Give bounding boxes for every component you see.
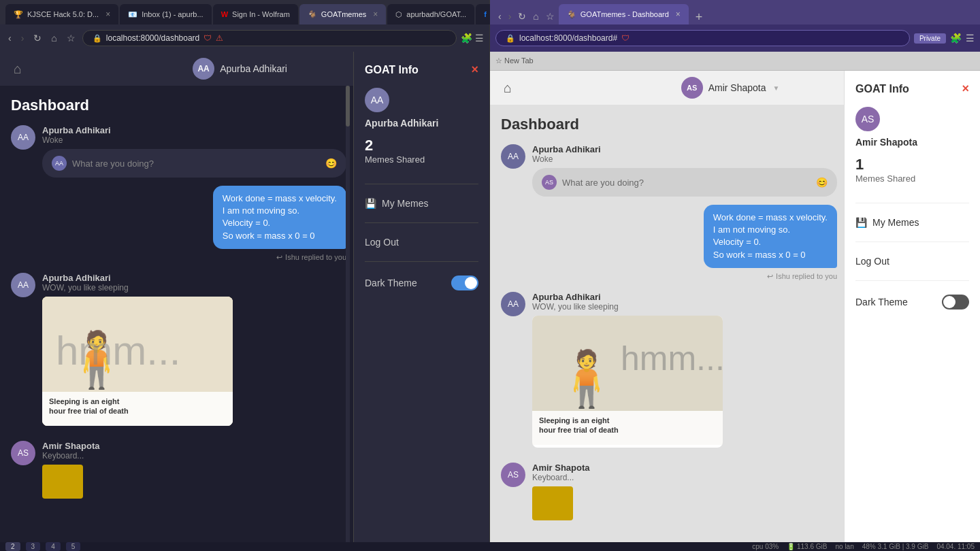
svg-text:🧍: 🧍 [553,346,621,411]
right-goat-panel-header: GOAT Info × [855,82,969,96]
svg-text:hmm...: hmm... [56,328,180,373]
right-extensions-icon[interactable]: 🧩 [950,33,962,44]
back-button[interactable]: ‹ [5,30,14,46]
right-address-input[interactable]: 🔒 localhost:8000/dashboard# 🛡 [495,30,910,46]
right-my-memes-item[interactable]: 💾 My Memes [855,212,969,233]
left-goat-memes-count: 2 [365,137,478,154]
left-goat-close-button[interactable]: × [471,63,478,77]
right-message-bubble: Work done = mass x velocity.I am not mov… [704,205,837,268]
right-post-3-status: Keyboard... [532,473,837,482]
left-goat-divider-3 [365,261,478,262]
right-shield-icon: 🛡 [621,33,630,43]
disk-info: 48% 3.1 GiB | 3.9 GiB [862,543,929,550]
home-button[interactable]: ⌂ [48,30,59,46]
right-logout-item[interactable]: Log Out [855,250,969,272]
left-user-info[interactable]: AA Apurba Adhikari [193,58,287,80]
bottom-tab-5[interactable]: 5 [66,542,81,551]
left-post-2-body: Apurba Adhikari WOW, you like sleeping 🧍… [42,273,346,430]
tab-close[interactable]: × [105,10,110,19]
right-goat-user-avatar: AS [855,107,880,131]
bottom-tab-3[interactable]: 3 [26,542,41,551]
right-text-input[interactable]: AS What are you doing? 😊 [532,168,837,197]
wifi-info: no lan [835,543,853,550]
right-reply-icon: ↩ [767,272,773,281]
right-address-bar: 🔒 localhost:8000/dashboard# 🛡 Private 🧩 … [490,24,980,52]
left-memes-icon: 💾 [365,198,376,209]
left-text-input[interactable]: AA What are you doing? 😊 [42,149,346,178]
reload-button[interactable]: ↻ [31,30,44,46]
right-user-info[interactable]: AS Amir Shapota ▼ [681,77,780,99]
forward-button[interactable]: › [18,30,27,46]
right-goat-close-button[interactable]: × [962,82,969,96]
left-post-3-status: Keyboard... [42,451,346,461]
tab-wolfram[interactable]: W Sign In - Wolfram [213,4,298,24]
right-bookmark-button[interactable]: ☆ [543,8,557,24]
right-post-2-body: Apurba Adhikari WOW, you like sleeping 🧍… [532,292,837,452]
tab-favicon: 🐐 [308,10,317,19]
right-username: Amir Shapota [708,82,766,93]
left-logout-item[interactable]: Log Out [365,231,478,253]
right-dark-theme-label: Dark Theme [855,297,908,307]
right-meme-container: 🧍 hmm... Sleeping is an eight hour free … [532,316,723,448]
tab-inbox[interactable]: 📧 Inbox (1) - apurb... [120,4,212,24]
left-my-memes-item[interactable]: 💾 My Memes [365,193,478,214]
right-input-avatar: AS [542,175,557,190]
ram-info: 🔋 113.6 GiB [787,543,827,550]
right-meme-image: 🧍 hmm... Sleeping is an eight hour free … [532,316,723,448]
left-goat-panel-title: GOAT Info [365,64,419,76]
right-tab-goatmemes[interactable]: 🐐 GOATmemes - Dashboard × [559,4,689,24]
left-toggle-knob [465,277,477,289]
right-post-2-status: WOW, you like sleeping [532,302,837,312]
right-hamburger-icon[interactable]: ☰ [966,33,975,44]
left-emoji-button[interactable]: 😊 [325,158,337,169]
left-my-memes-label: My Memes [382,198,428,209]
right-reload-button[interactable]: ↻ [515,8,529,24]
left-toggle-switch[interactable] [451,276,478,290]
right-back-button[interactable]: ‹ [495,8,504,24]
right-goat-panel-title: GOAT Info [855,83,909,95]
right-post-2: AA Apurba Adhikari WOW, you like sleepin… [501,292,837,452]
puzzle-icon[interactable]: 🧩 [461,33,472,44]
right-user-avatar: AS [681,77,703,99]
svg-text:hour free trial of death: hour free trial of death [539,426,619,434]
left-post-3-body: Amir Shapota Keyboard... [42,441,346,499]
svg-text:Sleeping is an eight: Sleeping is an eight [539,416,610,424]
tab-favicon: 🏆 [14,10,23,19]
right-new-tab-label[interactable]: ☆ New Tab [495,56,534,65]
right-emoji-button[interactable]: 😊 [816,177,828,188]
left-scrollbar-thumb[interactable] [346,86,350,127]
right-add-tab-button[interactable]: + [690,10,708,24]
bottom-tab-4[interactable]: 4 [46,542,61,551]
left-goat-memes-label: Memes Shared [365,154,478,165]
left-scrollbar-track [346,86,350,542]
lock-icon: 🔒 [93,34,102,43]
bottom-tab-2[interactable]: 2 [5,542,20,551]
right-goat-divider-2 [855,241,969,242]
right-post-2-name: Apurba Adhikari [532,292,837,302]
right-forward-button[interactable]: › [506,8,514,24]
shield-icon: 🛡 [203,33,212,43]
left-home-icon[interactable]: ⌂ [14,61,22,77]
tab-github[interactable]: ⬡ apurbadh/GOAT... [387,4,474,24]
warning-icon: ⚠ [216,33,223,43]
right-toggle-switch[interactable] [942,295,969,310]
right-home-button[interactable]: ⌂ [530,8,541,24]
left-replied-by: ↩ Ishu replied to you [276,253,346,262]
address-input[interactable]: 🔒 localhost:8000/dashboard 🛡 ⚠ [82,30,457,46]
bookmark-button[interactable]: ☆ [64,30,78,46]
right-post-3-body: Amir Shapota Keyboard... [532,463,837,520]
right-dashboard-title: Dashboard [501,116,837,133]
tab-goatmemes[interactable]: 🐐 GOATmemes × [299,4,386,24]
hamburger-icon[interactable]: ☰ [475,33,484,44]
right-tab-close[interactable]: × [676,10,681,19]
left-goat-username: Apurba Adhikari [365,118,478,129]
tab-close-goat[interactable]: × [373,10,378,19]
right-tab-favicon: 🐐 [567,10,576,19]
right-goat-divider-1 [855,203,969,203]
tab-kjsce[interactable]: 🏆 KJSCE Hack 5.0: D... × [5,4,118,24]
left-post-3-avatar: AS [11,441,35,465]
left-meme-container: 🧍 hmm... Sleeping is an eight hour free … [42,297,233,426]
left-dark-theme-toggle: Dark Theme [365,270,478,296]
right-dark-theme-toggle: Dark Theme [855,289,969,315]
right-home-icon[interactable]: ⌂ [504,80,512,96]
